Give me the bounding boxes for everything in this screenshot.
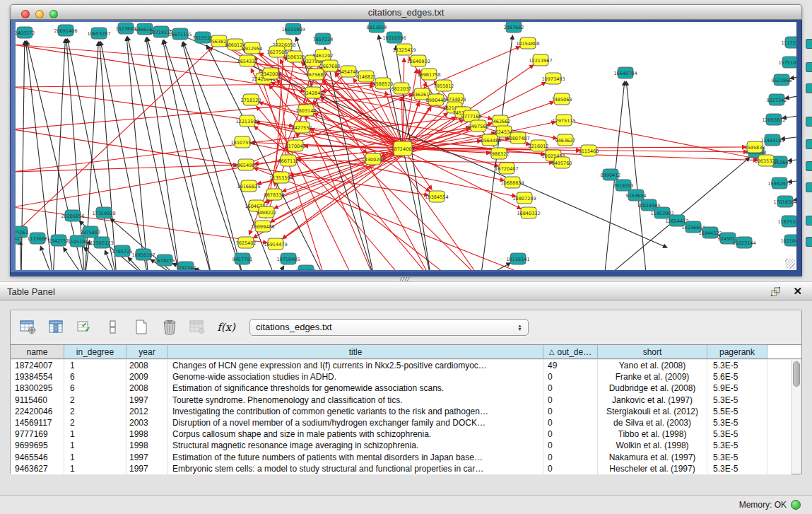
graph-node[interactable]: 1342757 (49, 235, 69, 246)
graph-node[interactable]: 6822037 (392, 83, 412, 94)
graph-node[interactable]: 5498222 (257, 206, 277, 218)
network-canvas[interactable]: 2405572 20691406 10653287 1527602 646616… (16, 22, 796, 270)
graph-node[interactable]: 16961758 (417, 69, 440, 80)
graph-node[interactable]: 15751074 (778, 57, 796, 68)
graph-node[interactable]: 18640910 (406, 55, 430, 66)
graph-node[interactable]: 5461202 (313, 49, 334, 61)
graph-node[interactable]: 16033809 (281, 23, 305, 35)
select-all-icon[interactable]: ✓ ✓ (76, 318, 94, 337)
graph-node[interactable]: 8186328 (285, 51, 305, 62)
graph-node[interactable]: 2718120 (241, 94, 261, 105)
graph-node[interactable]: 19384554 (425, 191, 448, 202)
graph-node[interactable]: 17016504 (773, 196, 796, 207)
graph-node[interactable]: 19718485 (276, 253, 300, 264)
graph-node[interactable]: 1595833 (745, 141, 765, 153)
graph-node[interactable]: 18724007 (391, 141, 414, 156)
graph-node[interactable]: 7857224 (313, 33, 334, 45)
graph-node[interactable]: 8427552 (292, 122, 312, 133)
graph-node[interactable]: 8813054 (367, 22, 387, 33)
column-header-name[interactable]: name (11, 345, 64, 358)
graph-node[interactable]: 6497568 (469, 120, 489, 132)
function-builder-icon[interactable]: f(x) (217, 318, 235, 337)
graph-node[interactable]: 20206856 (61, 210, 84, 221)
graph-node[interactable]: 9699695 (296, 265, 317, 270)
float-panel-icon[interactable] (770, 286, 781, 297)
graph-node[interactable]: 9457791 (233, 253, 253, 264)
graph-node[interactable]: 1588520 (373, 78, 394, 89)
graph-node[interactable]: 16648784 (613, 67, 637, 78)
graph-node[interactable]: 18107554 (230, 136, 254, 148)
table-row[interactable]: 1830029562008Estimation of significance … (11, 382, 792, 394)
column-header-out_de[interactable]: △out_de… (543, 345, 598, 358)
delete-table-icon[interactable] (160, 318, 179, 337)
table-scrollbar-thumb[interactable] (793, 361, 800, 387)
graph-node[interactable]: 1654332 (237, 55, 258, 66)
table-row[interactable]: 1872400712008Changes of HCN gene express… (11, 360, 792, 371)
graph-node[interactable]: 1527602 (116, 23, 136, 34)
table-row[interactable]: 977716911998Corpus callosum shape and si… (11, 428, 792, 440)
table-source-select[interactable]: citations_edges.txt ▲▼ (249, 319, 529, 336)
graph-node[interactable]: 3975887 (81, 226, 101, 238)
graph-node[interactable]: 7485063 (552, 93, 572, 105)
graph-node[interactable]: 8170043 (286, 140, 306, 151)
column-header-pagerank[interactable]: pagerank (707, 345, 767, 358)
table-row[interactable]: 946362711997Embryonic stem cells: a mode… (11, 463, 792, 474)
graph-node[interactable]: 16914479 (264, 238, 287, 250)
graph-node[interactable]: 10653287 (87, 28, 110, 39)
graph-node[interactable]: 10958107 (131, 249, 155, 260)
graph-node[interactable]: 2405572 (16, 27, 35, 38)
graph-node[interactable]: 20691406 (54, 25, 77, 36)
network-window-titlebar[interactable]: citations_edges.txt (10, 4, 802, 20)
graph-node[interactable]: 12093872 (762, 114, 785, 125)
graph-node[interactable]: 11172532 (781, 37, 796, 48)
graph-node[interactable]: 2342004 (261, 68, 281, 79)
graph-node[interactable]: 8216012 (529, 140, 549, 151)
graph-node[interactable]: 10688639 (500, 177, 524, 188)
table-row[interactable]: 946554611997Estimation of the future num… (11, 452, 792, 463)
graph-node[interactable]: 19218596 (382, 32, 406, 43)
graph-node[interactable]: 18136141 (506, 253, 529, 264)
graph-node[interactable]: 19654983 (234, 159, 257, 170)
graph-node[interactable]: 12975115 (552, 115, 575, 126)
table-row[interactable]: 1938455462009Genome-wide association stu… (11, 371, 792, 382)
graph-node[interactable]: 1675685 (306, 69, 326, 80)
graph-node[interactable]: 10210455 (780, 235, 796, 246)
table-scrollbar[interactable] (791, 360, 801, 474)
graph-node[interactable]: 6495760 (552, 157, 572, 168)
new-table-icon[interactable] (132, 318, 151, 337)
column-header-in_degree[interactable]: in_degree (64, 345, 126, 358)
table-row[interactable]: 911546021997Tourette syndrome. Phenomeno… (11, 395, 792, 406)
graph-node[interactable]: 8678334 (264, 189, 285, 200)
table-row[interactable]: 1456911722003Disruption of a novel membe… (11, 417, 792, 428)
graph-node[interactable]: 18325419 (392, 44, 416, 55)
graph-node[interactable]: 8990412 (601, 169, 621, 180)
graph-node[interactable]: 1115686 (28, 233, 48, 244)
graph-node[interactable]: 12213967 (529, 54, 552, 66)
column-header-short[interactable]: short (598, 345, 707, 358)
graph-node[interactable]: 7955812 (434, 80, 454, 91)
graph-node[interactable]: 12213509 (235, 115, 259, 127)
graph-node[interactable]: 18807249 (512, 192, 536, 204)
graph-node[interactable]: 11675323 (777, 216, 796, 227)
graph-node[interactable]: 7986322 (489, 148, 510, 159)
column-visibility-icon[interactable] (47, 318, 66, 337)
modify-table-icon[interactable] (19, 318, 37, 337)
close-panel-icon[interactable]: ✕ (793, 285, 802, 298)
graph-node[interactable]: 7625402 (236, 237, 257, 248)
window-resize-grip[interactable] (785, 259, 795, 269)
graph-node[interactable]: 8990448 (426, 94, 447, 105)
graph-node[interactable]: 2803144 (296, 105, 317, 116)
graph-node[interactable]: 9463627 (555, 134, 576, 146)
graph-node[interactable]: 1678275 (155, 255, 175, 266)
graph-node[interactable]: 9242848 (303, 87, 324, 98)
graph-node[interactable]: 8667110 (278, 155, 299, 166)
graph-node[interactable]: 7462662 (490, 115, 511, 127)
graph-node[interactable]: 1292344 (176, 262, 196, 270)
graph-node[interactable]: 1785725 (112, 245, 133, 257)
graph-node[interactable]: 9523966 (772, 74, 792, 86)
graph-node[interactable]: 8912954 (242, 42, 263, 54)
column-header-year[interactable]: year (126, 345, 168, 358)
graph-node[interactable]: 9227342 (767, 94, 787, 105)
graph-node[interactable]: 9115460 (579, 145, 599, 156)
graph-node[interactable]: 2087682 (504, 22, 524, 33)
